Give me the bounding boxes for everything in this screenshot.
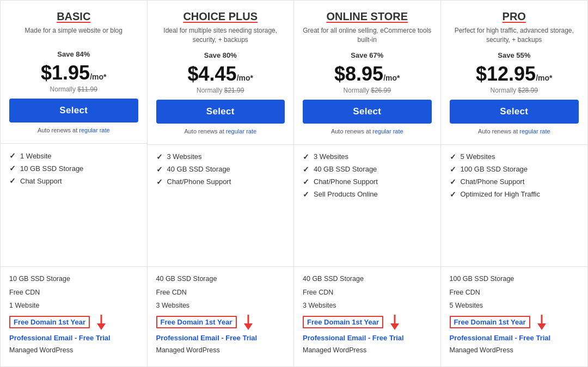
feature-item: ✓ Chat/Phone Support — [450, 178, 579, 186]
plan-top-basic: BASIC Made for a simple website or blog … — [1, 1, 147, 144]
arrow-down-icon — [95, 315, 107, 330]
plan-price: $4.45 — [188, 63, 237, 85]
feature-item: ✓ 1 Website — [9, 151, 138, 160]
extra-item: 10 GB SSD Storage — [9, 274, 138, 284]
feature-item: ✓ Optimized for High Traffic — [450, 190, 579, 199]
regular-rate-link[interactable]: regular rate — [79, 127, 109, 133]
extra-item: 40 GB SSD Storage — [156, 274, 285, 284]
feature-item: ✓ Sell Products Online — [303, 190, 432, 199]
arrow-down-icon — [242, 315, 254, 330]
prof-email-link[interactable]: Professional Email - Free Trial — [156, 334, 285, 342]
plan-price-unit: /mo* — [237, 74, 253, 82]
plan-savings: Save 84% — [9, 50, 138, 58]
plan-top-pro: PRO Perfect for high traffic, advanced s… — [441, 1, 588, 145]
check-icon: ✓ — [450, 165, 456, 174]
feature-item: ✓ 5 Websites — [450, 152, 579, 161]
plan-desc: Great for all online selling, eCommerce … — [303, 26, 432, 45]
plan-price-row: $12.95/mo* — [450, 63, 579, 85]
svg-marker-1 — [97, 323, 106, 330]
plan-price-row: $1.95/mo* — [9, 62, 138, 84]
regular-rate-link[interactable]: regular rate — [519, 128, 550, 134]
plan-name: PRO — [450, 10, 579, 23]
plan-desc: Perfect for high traffic, advanced stora… — [450, 26, 579, 45]
extra-item: Free CDN — [303, 288, 432, 298]
prof-email-link[interactable]: Professional Email - Free Trial — [303, 334, 432, 342]
select-button-choice-plus[interactable]: Select — [156, 100, 285, 124]
feature-item: ✓ 40 GB SSD Storage — [156, 165, 285, 174]
plan-price: $8.95 — [334, 63, 383, 85]
plan-normal-price: Normally $26.99 — [303, 87, 432, 94]
feature-item: ✓ Chat Support — [9, 176, 138, 185]
plan-name: CHOICE PLUS — [156, 10, 285, 23]
select-button-pro[interactable]: Select — [450, 100, 579, 124]
plan-desc: Ideal for multiple sites needing storage… — [156, 26, 285, 45]
plan-top-online-store: ONLINE STORE Great for all online sellin… — [294, 1, 440, 145]
plan-normal-price: Normally $11.99 — [9, 85, 138, 93]
feature-item: ✓ 100 GB SSD Storage — [450, 165, 579, 174]
managed-wp: Managed WordPress — [9, 346, 138, 356]
plan-name: ONLINE STORE — [303, 10, 432, 23]
check-icon: ✓ — [9, 164, 16, 173]
feature-item: ✓ 3 Websites — [156, 152, 285, 161]
plan-desc: Made for a simple website or blog — [9, 26, 138, 44]
plan-top-choice-plus: CHOICE PLUS Ideal for multiple sites nee… — [148, 1, 294, 145]
managed-wp: Managed WordPress — [303, 346, 432, 356]
free-domain-link[interactable]: Free Domain 1st Year — [450, 316, 530, 328]
plan-features-pro: ✓ 5 Websites ✓ 100 GB SSD Storage ✓ Chat… — [441, 145, 588, 267]
free-domain-link[interactable]: Free Domain 1st Year — [9, 316, 90, 328]
plan-price: $1.95 — [41, 62, 90, 84]
feature-item: ✓ 40 GB SSD Storage — [303, 165, 432, 174]
pricing-grid: BASIC Made for a simple website or blog … — [0, 0, 588, 367]
extra-item: 5 Websites — [450, 301, 579, 311]
plan-price-unit: /mo* — [383, 74, 400, 82]
select-button-basic[interactable]: Select — [9, 99, 138, 123]
feature-item: ✓ Chat/Phone Support — [303, 178, 432, 186]
plan-normal-price: Normally $21.99 — [156, 87, 285, 94]
managed-wp: Managed WordPress — [156, 346, 285, 356]
extra-item: 100 GB SSD Storage — [450, 274, 579, 284]
check-icon: ✓ — [9, 151, 16, 160]
plan-extras-pro: 100 GB SSD Storage Free CDN 5 Websites F… — [441, 267, 588, 366]
plan-features-online-store: ✓ 3 Websites ✓ 40 GB SSD Storage ✓ Chat/… — [294, 145, 440, 267]
plan-card-choice-plus: CHOICE PLUS Ideal for multiple sites nee… — [148, 1, 295, 366]
check-icon: ✓ — [156, 165, 163, 174]
plan-card-pro: PRO Perfect for high traffic, advanced s… — [441, 1, 588, 366]
plan-normal-price: Normally $28.99 — [450, 87, 579, 94]
auto-renew-text: Auto renews at regular rate — [156, 128, 285, 134]
check-icon: ✓ — [303, 178, 309, 186]
plan-card-basic: BASIC Made for a simple website or blog … — [1, 1, 148, 366]
plan-savings: Save 55% — [450, 51, 579, 59]
prof-email-link[interactable]: Professional Email - Free Trial — [9, 334, 138, 342]
check-icon: ✓ — [156, 152, 163, 161]
free-domain-link[interactable]: Free Domain 1st Year — [303, 316, 383, 328]
check-icon: ✓ — [450, 190, 456, 199]
regular-rate-link[interactable]: regular rate — [226, 128, 256, 134]
check-icon: ✓ — [303, 190, 309, 199]
plan-extras-basic: 10 GB SSD Storage Free CDN 1 Website Fre… — [1, 267, 147, 366]
auto-renew-text: Auto renews at regular rate — [450, 128, 579, 134]
svg-marker-3 — [244, 323, 253, 330]
plan-price-row: $4.45/mo* — [156, 63, 285, 85]
arrow-down-icon — [389, 315, 401, 330]
svg-marker-5 — [390, 323, 399, 330]
extra-item: 40 GB SSD Storage — [303, 274, 432, 284]
plan-extras-online-store: 40 GB SSD Storage Free CDN 3 Websites Fr… — [294, 267, 440, 366]
extra-item: Free CDN — [450, 288, 579, 298]
free-domain-row: Free Domain 1st Year — [156, 315, 285, 330]
prof-email-link[interactable]: Professional Email - Free Trial — [450, 334, 579, 342]
free-domain-link[interactable]: Free Domain 1st Year — [156, 316, 237, 328]
free-domain-row: Free Domain 1st Year — [450, 315, 579, 330]
plan-price: $12.95 — [476, 63, 536, 85]
auto-renew-text: Auto renews at regular rate — [303, 128, 432, 134]
extra-item: 3 Websites — [303, 301, 432, 311]
plan-price-row: $8.95/mo* — [303, 63, 432, 85]
check-icon: ✓ — [156, 178, 163, 186]
extra-item: 1 Website — [9, 301, 138, 311]
select-button-online-store[interactable]: Select — [303, 100, 432, 124]
plan-features-basic: ✓ 1 Website ✓ 10 GB SSD Storage ✓ Chat S… — [1, 144, 147, 267]
plan-price-unit: /mo* — [90, 72, 106, 81]
plan-card-online-store: ONLINE STORE Great for all online sellin… — [294, 1, 441, 366]
regular-rate-link[interactable]: regular rate — [372, 128, 403, 134]
check-icon: ✓ — [303, 165, 309, 174]
managed-wp: Managed WordPress — [450, 346, 579, 356]
